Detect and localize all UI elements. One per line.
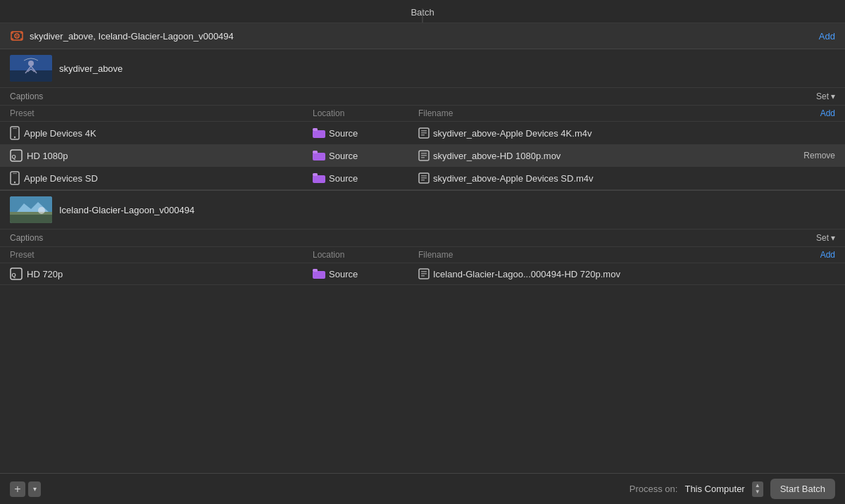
hd-icon: Q [10,149,23,162]
clip1-output-0-filename: skydiver_above-Apple Devices 4K.m4v [418,127,786,139]
clip1-set-button[interactable]: Set ▾ [816,92,835,101]
svg-rect-39 [421,177,427,179]
clip1-output-2-location: Source [313,173,418,184]
svg-rect-38 [421,175,427,177]
clip1-output-1-filename: skydiver_above-HD 1080p.mov [418,150,786,161]
svg-rect-18 [313,130,325,138]
svg-rect-3 [11,32,13,34]
svg-rect-48 [313,271,325,279]
svg-rect-40 [421,179,425,181]
clip2-col-header: Preset Location Filename Add [0,247,845,263]
clip1-output-2-filename: skydiver_above-Apple Devices SD.m4v [418,172,786,184]
clip2-col-preset-header: Preset [10,250,313,260]
clip1-output-0-location: Source [313,128,418,139]
folder-icon [313,151,325,160]
process-on-value: This Computer [684,484,744,494]
svg-rect-31 [421,157,425,158]
svg-rect-27 [313,151,318,153]
bottom-bar: + ▾ Process on: This Computer ▲ ▼ Start … [0,473,845,504]
svg-rect-19 [313,128,318,131]
svg-point-10 [28,61,34,66]
svg-rect-9 [10,70,52,82]
file-icon [418,150,430,161]
window-title: Batch [411,7,434,18]
bottom-left: + ▾ [10,481,41,497]
clip1-output-row-0: Apple Devices 4K Source skydiver_above-A… [0,122,845,145]
clip1-row: skydiver_above [0,49,845,88]
svg-point-33 [14,182,15,183]
clip2-name: Iceland-Glacier-Lagoon_v000494 [59,205,194,215]
svg-rect-22 [421,132,427,134]
clip2-section: Iceland-Glacier-Lagoon_v000494 Captions … [0,190,845,285]
job-header: skydiver_above, Iceland-Glacier-Lagoon_v… [0,23,845,49]
svg-rect-36 [313,173,318,176]
folder-icon [313,173,325,183]
clip1-output-1-preset: Q HD 1080p [10,149,313,162]
clip1-captions-row: Captions Set ▾ [0,88,845,106]
file-icon [418,127,430,139]
stepper-down-icon: ▼ [755,489,760,495]
start-batch-button[interactable]: Start Batch [770,479,835,499]
svg-rect-51 [421,271,427,272]
clip1-output-2-preset-label: Apple Devices SD [24,173,98,184]
stepper-up-icon: ▲ [755,483,760,489]
title-bar: Batch [0,0,845,23]
job-icon [10,29,24,43]
bottom-right: Process on: This Computer ▲ ▼ Start Batc… [630,479,835,499]
clip2-row: Iceland-Glacier-Lagoon_v000494 [0,191,845,229]
svg-rect-6 [20,38,23,40]
phone-icon [10,171,20,185]
svg-rect-35 [313,175,325,183]
clip1-output-1-location: Source [313,151,418,161]
add-dropdown-button[interactable]: ▾ [28,481,41,497]
process-stepper[interactable]: ▲ ▼ [752,481,763,497]
svg-point-16 [14,137,15,138]
hd-icon: Q [10,267,23,280]
main-area: skydiver_above, Iceland-Glacier-Lagoon_v… [0,23,845,473]
file-icon [418,268,430,279]
folder-icon [313,269,325,279]
process-on-label: Process on: [630,484,678,494]
clip1-output-2-preset: Apple Devices SD [10,171,313,185]
clip2-col-location-header: Location [313,250,418,260]
job-add-link[interactable]: Add [819,31,835,42]
clip2-output-0-preset-label: HD 720p [27,269,63,279]
clip2-thumbnail [10,196,52,223]
clip1-col-preset-header: Preset [10,108,313,118]
clip1-captions-label: Captions [10,92,43,101]
clip1-col-location-header: Location [313,108,418,118]
folder-icon [313,128,325,138]
clip1-output-row-2: Apple Devices SD Source skydiver_above-A… [0,167,845,190]
svg-point-2 [16,35,18,37]
clip2-output-0-location: Source [313,269,418,279]
add-button[interactable]: + [10,481,25,497]
clip2-output-0-preset: Q HD 720p [10,267,313,280]
svg-text:Q: Q [12,153,16,160]
clip2-captions-label: Captions [10,233,43,243]
svg-rect-23 [421,134,425,136]
svg-rect-21 [421,130,427,132]
svg-rect-30 [421,155,427,156]
phone-icon [10,126,20,140]
svg-rect-52 [421,273,427,275]
clip2-add-link[interactable]: Add [786,250,835,260]
clip2-col-filename-header: Filename [418,250,786,260]
svg-rect-34 [13,173,17,174]
svg-text:Q: Q [12,272,16,278]
file-icon [418,172,430,184]
svg-rect-44 [10,215,52,223]
svg-point-45 [38,207,45,214]
clip2-output-0-filename: Iceland-Glacier-Lagoo...000494-HD 720p.m… [418,268,786,279]
svg-rect-5 [11,38,13,40]
svg-rect-26 [313,153,325,160]
clip1-output-row-1: Q HD 1080p Source skydiver_above-HD 1080… [0,145,845,167]
svg-rect-49 [313,269,318,272]
clip1-add-link[interactable]: Add [786,108,835,118]
svg-rect-53 [421,275,425,277]
svg-rect-4 [20,32,23,34]
svg-rect-17 [13,128,17,129]
clip1-output-1-remove[interactable]: Remove [786,151,835,160]
svg-rect-29 [421,153,427,154]
clip2-set-button[interactable]: Set ▾ [816,233,835,243]
clip1-col-header: Preset Location Filename Add [0,106,845,122]
